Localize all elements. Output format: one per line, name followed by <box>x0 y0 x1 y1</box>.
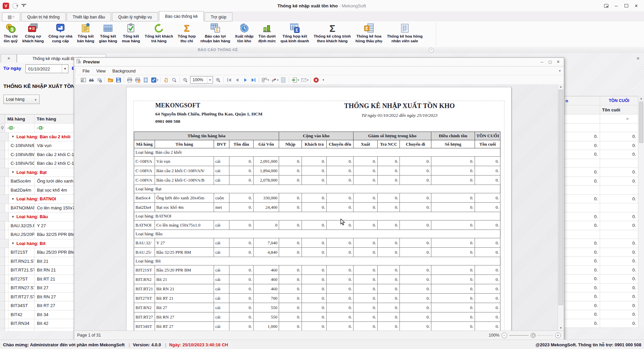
filter-cell[interactable]: aBc <box>5 123 35 132</box>
ribbon-item[interactable]: Σ Báo cáo lợi nhuận bán hàng <box>198 21 233 43</box>
ribbon-item[interactable]: Tồn dưới định mức <box>256 21 278 43</box>
scrollbar-thumb[interactable] <box>558 90 563 305</box>
band-header-partial[interactable]: n <box>564 96 600 105</box>
menubar-overflow-button[interactable]: ▾ <box>557 69 562 72</box>
left-grid-group-row[interactable]: ▼Loại hàng: BATNOI <box>0 195 74 204</box>
zoom-slider[interactable]: 100% − + <box>489 333 561 338</box>
right-grid-row[interactable]: 0. 0. <box>564 212 638 221</box>
right-grid-row[interactable]: 0. 0. <box>564 284 638 293</box>
toolbar-overflow-button[interactable]: ▾ <box>320 76 328 84</box>
nav-first-button[interactable] <box>225 76 233 84</box>
preview-close-button[interactable]: ✕ <box>554 59 562 65</box>
ribbon-item[interactable]: Công nợ khách hàng <box>20 21 46 43</box>
print-button[interactable] <box>125 76 133 84</box>
ribbon-tab-quản-lý-nghiệp-vụ[interactable]: Quản lý nghiệp vụ <box>112 12 158 21</box>
right-grid-row[interactable]: 0. 0. <box>564 257 638 266</box>
page-color-button[interactable] <box>270 76 278 84</box>
left-grid-group-row[interactable]: ▼Loại hàng: Bạt <box>0 168 74 177</box>
email-button[interactable] <box>300 76 308 84</box>
group-by-chip[interactable]: Loại hàng ▲ <box>3 95 40 104</box>
collapse-icon[interactable]: ▼ <box>11 215 14 218</box>
chevron-down-icon[interactable]: ▾ <box>157 79 158 82</box>
left-grid-row[interactable]: C-108VA/SG9 Bàn cầu 2 khối C-108VA/B <box>0 159 74 168</box>
slider-track-dotted[interactable] <box>538 335 553 336</box>
right-grid-row[interactable]: 0. 0. <box>564 221 638 230</box>
preview-titlebar[interactable]: Preview ─ ▢ ✕ <box>74 58 564 66</box>
slider-track[interactable] <box>509 335 529 336</box>
left-grid-row[interactable]: BIT.RT49 Bít RN <box>0 328 74 331</box>
vivaldi-logo-icon[interactable]: V <box>3 3 9 9</box>
right-grid-row[interactable] <box>564 123 638 133</box>
ribbon-item[interactable]: Thống kê hoa hồng nhân viên sale <box>385 21 425 43</box>
left-grid-group-row[interactable]: ▼Loại hàng: Bầu <box>0 212 74 221</box>
quick-print-button[interactable] <box>133 76 142 84</box>
left-grid-row[interactable]: Bat2Da4m Bạt sọc khổ 4m <box>0 186 74 195</box>
right-grid-row[interactable]: 0. 0. <box>564 292 638 301</box>
nav-next-button[interactable] <box>241 76 249 84</box>
ribbon-item[interactable]: Công nợ nhà cung cấp <box>46 21 74 43</box>
margins-button[interactable] <box>142 76 150 84</box>
chevron-down-icon[interactable]: ▾ <box>268 79 269 82</box>
close-button[interactable]: ✕ <box>632 2 641 9</box>
left-grid-row[interactable]: C-108VA/BW1 Bàn cầu 2 khối C-108VAN/ <box>0 150 74 159</box>
from-date-input[interactable]: 01/10/2022 ▼ <box>25 64 68 73</box>
tab-close-all-button[interactable]: ✕ <box>1 54 17 63</box>
collapse-icon[interactable]: ▼ <box>11 170 14 174</box>
ribbon-item[interactable]: Σ Tổng hợp thu chi <box>175 21 198 43</box>
left-grid-row[interactable]: C-108VAN/BW1 Vải vụn <box>0 141 74 150</box>
right-grid-row[interactable] <box>564 186 638 195</box>
left-grid-row[interactable]: BIT21ST Bầu 25/20 PPR BM <box>0 248 74 257</box>
left-grid-group-row[interactable]: ▼Loại hàng: Bít <box>0 239 74 248</box>
scroll-down-icon[interactable]: ▼ <box>558 326 564 331</box>
left-grid-row[interactable]: BIT34ST Bít RT 27 <box>0 301 74 310</box>
zoom-in-button[interactable] <box>214 76 222 84</box>
left-grid-row[interactable]: BAU.25/20PPR Bầu 32/25 PPR BM <box>0 230 74 239</box>
watermark-button[interactable] <box>279 76 287 84</box>
chevron-down-icon[interactable]: ▾ <box>307 79 308 82</box>
ribbon-item[interactable]: Σ Tổng hợp kết quả kinh doanh <box>278 21 311 43</box>
report-options-button[interactable] <box>79 76 87 84</box>
menu-view[interactable]: View <box>93 67 109 74</box>
ribbon-tab-quản-trị-hệ-thống[interactable]: Quản trị hệ thống <box>21 12 66 21</box>
right-grid-row[interactable]: 0. 0. <box>564 266 638 275</box>
zoom-combo[interactable]: 100%▼ <box>190 76 213 84</box>
left-grid-row[interactable]: BIT.RT21.ST Bít RN 21 <box>0 266 74 275</box>
collapse-icon[interactable]: ▼ <box>11 135 14 138</box>
chevron-down-icon[interactable]: ▼ <box>207 77 213 83</box>
menu-file[interactable]: File <box>79 67 93 74</box>
left-grid-row[interactable]: BIT.RT27.ST Bít RN 27 <box>0 293 74 302</box>
ribbon-item[interactable]: Tổng kết giao hàng <box>97 21 119 43</box>
scrollbar-thumb[interactable] <box>639 102 643 143</box>
left-grid-group-row[interactable]: ▼Loại hàng: Bàn cầu 2 khối <box>0 133 74 142</box>
left-grid-row[interactable]: BIT.RN21.ST Bít 21 <box>0 257 74 266</box>
collapse-icon[interactable]: ▼ <box>11 197 14 201</box>
save-button[interactable] <box>114 76 122 84</box>
right-grid-row[interactable] <box>564 159 638 168</box>
open-button[interactable] <box>106 76 114 84</box>
right-grid-row[interactable]: 0. 0. <box>564 141 638 150</box>
ribbon-item[interactable]: Tổng kết khách trả hàng <box>143 21 175 43</box>
multi-page-button[interactable] <box>260 76 268 84</box>
band-header-ton-cuoi[interactable]: TỒN CUỐI <box>600 96 638 105</box>
left-grid-row[interactable]: BatSoc4m Ống lưới dẻo xanh 20x45m <box>0 177 74 186</box>
right-grid-row[interactable]: 0. 0. <box>564 301 638 310</box>
right-grid-row[interactable]: 0. 0. <box>564 150 638 159</box>
ribbon-item[interactable]: Tổng kết bán hàng <box>75 21 97 43</box>
preview-maximize-button[interactable]: ▢ <box>546 59 554 65</box>
nav-prev-button[interactable] <box>233 76 241 84</box>
zoom-out-button[interactable] <box>181 76 189 84</box>
magnifier-button[interactable] <box>170 76 178 84</box>
collapse-icon[interactable]: ▼ <box>11 242 14 245</box>
grid-gear-button[interactable] <box>95 76 103 84</box>
right-grid-row[interactable]: 0. 0. <box>564 168 638 177</box>
right-grid-row[interactable] <box>564 203 638 212</box>
right-grid-row[interactable]: 0. 0. <box>564 248 638 257</box>
right-grid-row[interactable]: 0. 0. <box>564 319 638 328</box>
ribbon-item[interactable]: Xuất nhập tồn kho <box>232 21 256 43</box>
left-grid-row[interactable]: BIT.RN34 Bít 42 <box>0 319 74 328</box>
right-grid-filter-row[interactable]: = <box>564 114 638 123</box>
search-button[interactable] <box>87 76 95 84</box>
preview-vertical-scrollbar[interactable]: ▲ ▼ <box>557 84 564 331</box>
chevron-down-icon[interactable]: ▼ <box>62 65 68 73</box>
ribbon-tab-thiết-lập-ban-đầu[interactable]: Thiết lập ban đầu <box>67 12 111 21</box>
